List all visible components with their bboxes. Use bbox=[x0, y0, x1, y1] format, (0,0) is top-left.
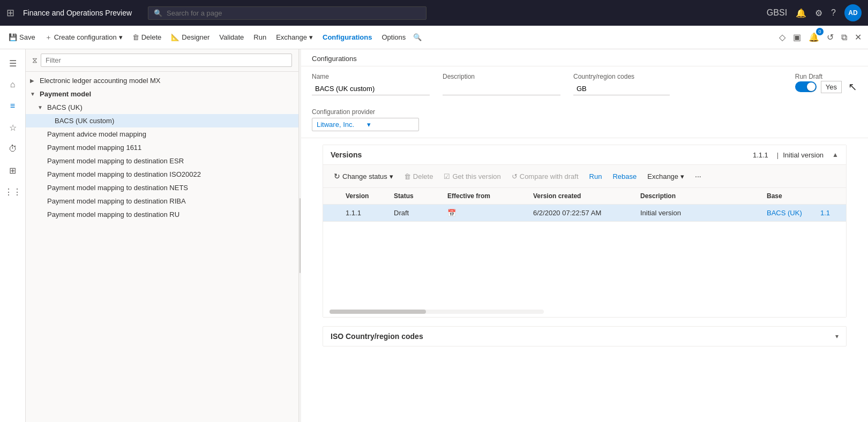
col-base-version[interactable] bbox=[814, 188, 846, 205]
sidebar-menu-button[interactable]: ⋮⋮ bbox=[3, 182, 23, 201]
table-row[interactable]: 1.1.1 Draft 📅 6/2/2020 07:22:57 AM Initi… bbox=[323, 205, 846, 222]
form-top-fields: Name Description Country/region codes Co… bbox=[312, 73, 782, 131]
create-configuration-button[interactable]: ＋ Create configuration ▾ bbox=[41, 29, 127, 46]
delete-button[interactable]: 🗑 Delete bbox=[128, 30, 166, 44]
notification-count-icon[interactable]: 🔔 0 bbox=[806, 30, 821, 44]
grid-icon[interactable]: ⊞ bbox=[6, 7, 14, 19]
sidebar-workspace-button[interactable]: ⊞ bbox=[3, 161, 23, 180]
open-new-icon[interactable]: ⧉ bbox=[839, 31, 849, 44]
sidebar-recent-button[interactable]: ⏱ bbox=[3, 139, 23, 159]
tree-item-mapping-ru[interactable]: Payment model mapping to destination RU bbox=[26, 208, 298, 221]
run-draft-toggle[interactable] bbox=[795, 81, 817, 92]
horizontal-scrollbar[interactable] bbox=[330, 310, 544, 314]
search-input[interactable] bbox=[167, 9, 421, 17]
versions-collapse-icon[interactable]: ▲ bbox=[832, 151, 839, 159]
versions-run-button[interactable]: Run bbox=[585, 170, 607, 183]
iso-title: ISO Country/region codes bbox=[331, 332, 835, 341]
tree-filter-input[interactable] bbox=[41, 54, 292, 67]
sidebar-home-button[interactable]: ⌂ bbox=[3, 75, 23, 94]
col-base[interactable]: Base bbox=[760, 188, 814, 205]
tree-item-payment-model[interactable]: ▼ Payment model bbox=[26, 87, 298, 101]
versions-table: Version Status Effective from Version cr… bbox=[323, 188, 846, 222]
resize-handle[interactable] bbox=[299, 49, 301, 422]
iso-header[interactable]: ISO Country/region codes ▾ bbox=[323, 327, 846, 346]
create-config-chevron-icon: ▾ bbox=[119, 33, 123, 41]
app-title: Finance and Operations Preview bbox=[23, 9, 132, 17]
country-input[interactable] bbox=[573, 82, 670, 95]
sidebar-list-button[interactable]: ≡ bbox=[3, 96, 23, 116]
rebase-button[interactable]: Rebase bbox=[608, 170, 641, 183]
tree-item-mapping-iso20022[interactable]: Payment model mapping to destination ISO… bbox=[26, 168, 298, 181]
base-link[interactable]: BACS (UK) bbox=[767, 209, 802, 217]
more-actions-button[interactable]: ··· bbox=[691, 169, 706, 183]
tree-item-bacs-uk-custom[interactable]: BACS (UK custom) bbox=[26, 114, 298, 127]
cell-r bbox=[323, 205, 339, 222]
base-version-link[interactable]: 1.1 bbox=[820, 209, 830, 217]
tree-item-payment-advice[interactable]: Payment advice model mapping bbox=[26, 127, 298, 141]
versions-badge: 1.1.1 bbox=[753, 151, 768, 159]
get-this-version-button: ☑ Get this version bbox=[439, 170, 505, 183]
col-description[interactable]: Description bbox=[634, 188, 760, 205]
tree-item-mapping-nets[interactable]: Payment model mapping to destination NET… bbox=[26, 181, 298, 194]
calendar-icon[interactable]: 📅 bbox=[447, 209, 456, 217]
provider-select[interactable]: Litware, Inc. ▾ bbox=[312, 118, 419, 131]
tree-item-mapping-riba[interactable]: Payment model mapping to destination RIB… bbox=[26, 194, 298, 208]
col-version-created[interactable]: Version created bbox=[527, 188, 634, 205]
col-r bbox=[323, 188, 339, 205]
versions-wrapper: Versions 1.1.1 | Initial version ▲ ↻ Cha… bbox=[301, 138, 868, 318]
global-search[interactable]: 🔍 bbox=[148, 6, 426, 20]
notification-icon[interactable]: 🔔 bbox=[796, 8, 806, 18]
refresh-icon[interactable]: ↺ bbox=[825, 30, 836, 44]
filter-icon[interactable]: ⧖ bbox=[32, 56, 38, 65]
sidebar-hamburger-button[interactable]: ☰ bbox=[3, 54, 23, 73]
exchange-button[interactable]: Exchange ▾ bbox=[272, 30, 317, 44]
save-icon: 💾 bbox=[9, 33, 17, 41]
cell-version: 1.1.1 bbox=[339, 205, 387, 222]
main-toolbar: 💾 Save ＋ Create configuration ▾ 🗑 Delete… bbox=[0, 26, 868, 49]
configurations-nav-button[interactable]: Configurations bbox=[318, 30, 376, 44]
scroll-thumb bbox=[330, 310, 426, 314]
provider-label: Configuration provider bbox=[312, 108, 419, 116]
versions-delete-button: 🗑 Delete bbox=[400, 170, 438, 183]
close-icon[interactable]: ✕ bbox=[852, 30, 864, 44]
region-label: GBSI bbox=[767, 8, 787, 18]
country-label: Country/region codes bbox=[573, 73, 670, 80]
tree-item-mapping-1611[interactable]: Payment model mapping 1611 bbox=[26, 141, 298, 154]
description-label: Description bbox=[443, 73, 560, 80]
tree-item-electronic-ledger[interactable]: ▶ Electronic ledger accounting model MX bbox=[26, 74, 298, 87]
description-input[interactable] bbox=[443, 82, 560, 95]
search-icon: 🔍 bbox=[154, 9, 162, 17]
sidebar-favorites-button[interactable]: ☆ bbox=[3, 118, 23, 137]
iso-collapse-icon: ▾ bbox=[835, 333, 839, 340]
col-version[interactable]: Version bbox=[339, 188, 387, 205]
versions-header[interactable]: Versions 1.1.1 | Initial version ▲ bbox=[323, 145, 846, 165]
tree-content: ▶ Electronic ledger accounting model MX … bbox=[26, 72, 298, 422]
country-field: Country/region codes bbox=[573, 73, 670, 95]
save-button[interactable]: 💾 Save bbox=[4, 30, 40, 44]
validate-button[interactable]: Validate bbox=[215, 30, 248, 44]
toolbar-search-icon[interactable]: 🔍 bbox=[413, 33, 422, 41]
scrollbar-area bbox=[323, 307, 846, 317]
tree-item-bacs-uk[interactable]: ▼ BACS (UK) bbox=[26, 101, 298, 114]
help-icon[interactable]: ? bbox=[831, 8, 836, 18]
options-button[interactable]: Options bbox=[377, 30, 410, 44]
provider-chevron-icon: ▾ bbox=[367, 120, 414, 129]
versions-section: Versions 1.1.1 | Initial version ▲ ↻ Cha… bbox=[323, 145, 847, 318]
tree-panel: ⧖ ▶ Electronic ledger accounting model M… bbox=[26, 49, 299, 422]
avatar[interactable]: AD bbox=[844, 4, 862, 21]
change-status-button[interactable]: ↻ Change status ▾ bbox=[330, 169, 398, 183]
settings-icon[interactable]: ⚙ bbox=[815, 8, 822, 18]
sidebar-icons: ☰ ⌂ ≡ ☆ ⏱ ⊞ ⋮⋮ bbox=[0, 49, 26, 422]
designer-button[interactable]: 📐 Designer bbox=[167, 30, 214, 44]
tree-item-mapping-esr[interactable]: Payment model mapping to destination ESR bbox=[26, 154, 298, 168]
name-label: Name bbox=[312, 73, 430, 80]
top-bar: ⊞ Finance and Operations Preview 🔍 GBSI … bbox=[0, 0, 868, 26]
col-effective-from[interactable]: Effective from bbox=[441, 188, 527, 205]
diamond-icon[interactable]: ◇ bbox=[777, 30, 788, 44]
panel-icon[interactable]: ▣ bbox=[791, 30, 803, 44]
name-input[interactable] bbox=[312, 82, 430, 95]
compare-icon: ↺ bbox=[512, 172, 518, 180]
col-status[interactable]: Status bbox=[387, 188, 441, 205]
versions-exchange-button[interactable]: Exchange ▾ bbox=[643, 170, 689, 183]
run-button[interactable]: Run bbox=[249, 30, 271, 44]
